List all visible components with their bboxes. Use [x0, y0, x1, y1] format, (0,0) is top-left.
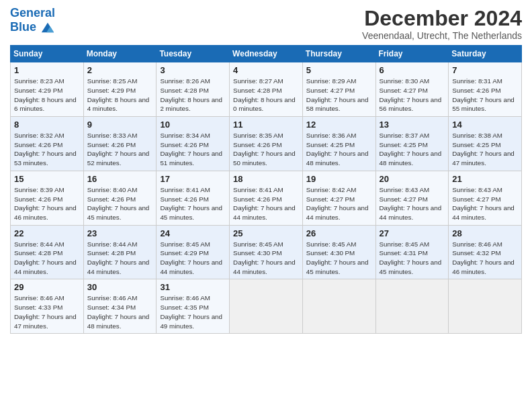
logo-text: General — [10, 7, 55, 20]
day-info: Sunrise: 8:44 AMSunset: 4:28 PMDaylight:… — [14, 240, 80, 277]
day-info: Sunrise: 8:32 AMSunset: 4:26 PMDaylight:… — [14, 131, 80, 168]
calendar-day-cell: 21Sunrise: 8:43 AMSunset: 4:27 PMDayligh… — [449, 171, 522, 225]
day-number: 17 — [160, 174, 226, 184]
day-info: Sunrise: 8:31 AMSunset: 4:26 PMDaylight:… — [452, 77, 518, 113]
calendar-day-cell: 27Sunrise: 8:45 AMSunset: 4:31 PMDayligh… — [375, 225, 449, 279]
day-number: 9 — [87, 120, 153, 130]
day-info: Sunrise: 8:45 AMSunset: 4:29 PMDaylight:… — [160, 240, 226, 277]
day-info: Sunrise: 8:29 AMSunset: 4:27 PMDaylight:… — [306, 77, 372, 113]
calendar-header-cell: Friday — [375, 46, 449, 62]
calendar-header-cell: Wednesday — [230, 46, 303, 62]
title-block: December 2024 Veenendaal, Utrecht, The N… — [362, 7, 522, 41]
day-number: 6 — [380, 65, 445, 75]
calendar-day-cell: 28Sunrise: 8:46 AMSunset: 4:32 PMDayligh… — [449, 225, 522, 279]
day-number: 12 — [306, 120, 372, 130]
calendar-day-cell: 23Sunrise: 8:44 AMSunset: 4:28 PMDayligh… — [83, 225, 157, 279]
day-info: Sunrise: 8:45 AMSunset: 4:30 PMDaylight:… — [233, 240, 299, 277]
calendar-header-cell: Sunday — [11, 46, 84, 62]
day-number: 27 — [380, 228, 445, 238]
day-number: 19 — [306, 174, 372, 184]
calendar-day-cell: 12Sunrise: 8:36 AMSunset: 4:25 PMDayligh… — [302, 117, 375, 171]
day-info: Sunrise: 8:41 AMSunset: 4:26 PMDaylight:… — [233, 185, 299, 222]
day-info: Sunrise: 8:46 AMSunset: 4:32 PMDaylight:… — [452, 240, 518, 277]
calendar-day-cell: 18Sunrise: 8:41 AMSunset: 4:26 PMDayligh… — [230, 171, 303, 225]
calendar-day-cell: 19Sunrise: 8:42 AMSunset: 4:27 PMDayligh… — [302, 171, 375, 225]
calendar-day-cell: 1Sunrise: 8:23 AMSunset: 4:29 PMDaylight… — [11, 62, 84, 117]
calendar-header-cell: Saturday — [449, 46, 522, 62]
day-info: Sunrise: 8:46 AMSunset: 4:33 PMDaylight:… — [14, 293, 80, 330]
day-number: 4 — [233, 65, 299, 75]
day-number: 23 — [87, 228, 153, 238]
day-number: 16 — [87, 174, 153, 184]
calendar-day-cell: 22Sunrise: 8:44 AMSunset: 4:28 PMDayligh… — [11, 225, 84, 279]
calendar-day-cell: 7Sunrise: 8:31 AMSunset: 4:26 PMDaylight… — [449, 62, 522, 117]
calendar-day-cell: 16Sunrise: 8:40 AMSunset: 4:26 PMDayligh… — [83, 171, 157, 225]
day-number: 18 — [233, 174, 299, 184]
day-info: Sunrise: 8:46 AMSunset: 4:34 PMDaylight:… — [87, 293, 153, 330]
day-number: 3 — [160, 65, 226, 75]
logo-icon — [40, 20, 55, 35]
day-number: 31 — [160, 282, 226, 292]
calendar-week-row: 15Sunrise: 8:39 AMSunset: 4:26 PMDayligh… — [11, 171, 522, 225]
calendar-day-cell: 17Sunrise: 8:41 AMSunset: 4:26 PMDayligh… — [157, 171, 230, 225]
calendar-day-cell: 25Sunrise: 8:45 AMSunset: 4:30 PMDayligh… — [230, 225, 303, 279]
calendar-day-cell: 24Sunrise: 8:45 AMSunset: 4:29 PMDayligh… — [157, 225, 230, 279]
page-header: General Blue December 2024 Veenendaal, U… — [10, 7, 522, 41]
calendar-day-cell: 8Sunrise: 8:32 AMSunset: 4:26 PMDaylight… — [11, 117, 84, 171]
day-info: Sunrise: 8:37 AMSunset: 4:25 PMDaylight:… — [380, 131, 445, 168]
calendar-day-cell — [375, 279, 449, 334]
day-info: Sunrise: 8:33 AMSunset: 4:26 PMDaylight:… — [87, 131, 153, 168]
calendar-day-cell: 10Sunrise: 8:34 AMSunset: 4:26 PMDayligh… — [157, 117, 230, 171]
day-info: Sunrise: 8:45 AMSunset: 4:31 PMDaylight:… — [380, 240, 445, 277]
day-info: Sunrise: 8:36 AMSunset: 4:25 PMDaylight:… — [306, 131, 372, 168]
day-info: Sunrise: 8:40 AMSunset: 4:26 PMDaylight:… — [87, 185, 153, 222]
day-info: Sunrise: 8:39 AMSunset: 4:26 PMDaylight:… — [14, 185, 80, 222]
calendar-day-cell: 2Sunrise: 8:25 AMSunset: 4:29 PMDaylight… — [83, 62, 157, 117]
day-number: 21 — [452, 174, 518, 184]
day-number: 11 — [233, 120, 299, 130]
day-info: Sunrise: 8:41 AMSunset: 4:26 PMDaylight:… — [160, 185, 226, 222]
calendar-header-cell: Tuesday — [157, 46, 230, 62]
calendar-week-row: 8Sunrise: 8:32 AMSunset: 4:26 PMDaylight… — [11, 117, 522, 171]
calendar-day-cell: 13Sunrise: 8:37 AMSunset: 4:25 PMDayligh… — [375, 117, 449, 171]
day-number: 5 — [306, 65, 372, 75]
day-number: 30 — [87, 282, 153, 292]
day-info: Sunrise: 8:26 AMSunset: 4:28 PMDaylight:… — [160, 77, 226, 113]
calendar-day-cell — [449, 279, 522, 334]
day-info: Sunrise: 8:46 AMSunset: 4:35 PMDaylight:… — [160, 293, 226, 330]
day-number: 20 — [380, 174, 445, 184]
logo-text-blue: Blue — [10, 20, 55, 35]
calendar-day-cell: 11Sunrise: 8:35 AMSunset: 4:26 PMDayligh… — [230, 117, 303, 171]
logo: General Blue — [10, 7, 55, 35]
day-info: Sunrise: 8:27 AMSunset: 4:28 PMDaylight:… — [233, 77, 299, 113]
calendar-week-row: 29Sunrise: 8:46 AMSunset: 4:33 PMDayligh… — [11, 279, 522, 334]
day-info: Sunrise: 8:42 AMSunset: 4:27 PMDaylight:… — [306, 185, 372, 222]
month-title: December 2024 — [362, 7, 522, 30]
day-number: 1 — [14, 65, 80, 75]
calendar-table: SundayMondayTuesdayWednesdayThursdayFrid… — [10, 45, 522, 334]
day-number: 2 — [87, 65, 153, 75]
calendar-header-cell: Monday — [83, 46, 157, 62]
calendar-day-cell: 9Sunrise: 8:33 AMSunset: 4:26 PMDaylight… — [83, 117, 157, 171]
day-info: Sunrise: 8:23 AMSunset: 4:29 PMDaylight:… — [14, 77, 80, 113]
calendar-header-row: SundayMondayTuesdayWednesdayThursdayFrid… — [11, 46, 522, 62]
calendar-body: 1Sunrise: 8:23 AMSunset: 4:29 PMDaylight… — [11, 62, 522, 334]
day-number: 8 — [14, 120, 80, 130]
day-info: Sunrise: 8:43 AMSunset: 4:27 PMDaylight:… — [380, 185, 445, 222]
day-number: 7 — [452, 65, 518, 75]
day-info: Sunrise: 8:25 AMSunset: 4:29 PMDaylight:… — [87, 77, 153, 113]
day-number: 25 — [233, 228, 299, 238]
day-number: 29 — [14, 282, 80, 292]
day-info: Sunrise: 8:34 AMSunset: 4:26 PMDaylight:… — [160, 131, 226, 168]
calendar-day-cell — [302, 279, 375, 334]
day-number: 13 — [380, 120, 445, 130]
day-info: Sunrise: 8:35 AMSunset: 4:26 PMDaylight:… — [233, 131, 299, 168]
calendar-day-cell: 14Sunrise: 8:38 AMSunset: 4:25 PMDayligh… — [449, 117, 522, 171]
day-number: 26 — [306, 228, 372, 238]
day-number: 10 — [160, 120, 226, 130]
calendar-week-row: 1Sunrise: 8:23 AMSunset: 4:29 PMDaylight… — [11, 62, 522, 117]
day-info: Sunrise: 8:45 AMSunset: 4:30 PMDaylight:… — [306, 240, 372, 277]
day-info: Sunrise: 8:44 AMSunset: 4:28 PMDaylight:… — [87, 240, 153, 277]
calendar-day-cell: 26Sunrise: 8:45 AMSunset: 4:30 PMDayligh… — [302, 225, 375, 279]
day-info: Sunrise: 8:43 AMSunset: 4:27 PMDaylight:… — [452, 185, 518, 222]
